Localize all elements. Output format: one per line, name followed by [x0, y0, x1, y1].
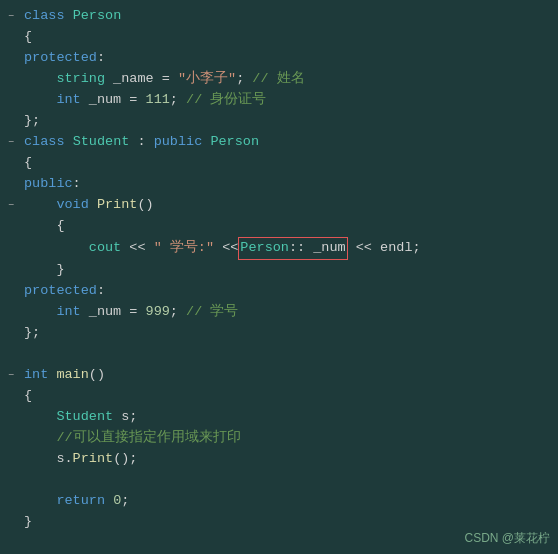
- code-line: }: [0, 260, 558, 281]
- token: //可以直接指定作用域来打印: [56, 428, 240, 449]
- collapse-icon[interactable]: −: [8, 198, 14, 214]
- token: s.: [56, 449, 72, 470]
- indent: [24, 491, 56, 512]
- indent: [24, 260, 56, 281]
- token: _num =: [81, 302, 146, 323]
- token: ;: [236, 69, 252, 90]
- code-line: − void Print(): [0, 195, 558, 216]
- token: protected: [24, 48, 97, 69]
- token: Person: [210, 132, 259, 153]
- token: Student: [56, 407, 113, 428]
- token: Person: [73, 6, 122, 27]
- token: class: [24, 6, 65, 27]
- token: <<: [121, 238, 153, 259]
- code-editor: −class Person{protected: string _name = …: [0, 0, 558, 539]
- token: int: [24, 365, 48, 386]
- code-line: public:: [0, 174, 558, 195]
- token: string: [56, 69, 105, 90]
- token: public: [154, 132, 203, 153]
- code-line: [0, 344, 558, 365]
- token: cout: [89, 238, 121, 259]
- token: {: [56, 216, 64, 237]
- token: int: [56, 302, 80, 323]
- token: int: [56, 90, 80, 111]
- token: :: [129, 132, 153, 153]
- code-line: //可以直接指定作用域来打印: [0, 428, 558, 449]
- token: <<: [214, 238, 238, 259]
- token: ();: [113, 449, 137, 470]
- token: class: [24, 132, 65, 153]
- indent: [24, 449, 56, 470]
- token: (): [89, 365, 105, 386]
- token: void: [56, 195, 88, 216]
- code-line: };: [0, 111, 558, 132]
- token: 111: [146, 90, 170, 111]
- token: [105, 491, 113, 512]
- token: (): [137, 195, 153, 216]
- code-line: };: [0, 323, 558, 344]
- code-line: −class Person: [0, 6, 558, 27]
- code-line: −int main(): [0, 365, 558, 386]
- code-line: [0, 470, 558, 491]
- token: s;: [113, 407, 137, 428]
- token: public: [24, 174, 73, 195]
- code-line: protected:: [0, 281, 558, 302]
- line-gutter: −: [8, 368, 22, 384]
- code-line: {: [0, 386, 558, 407]
- token: };: [24, 111, 40, 132]
- token: [202, 132, 210, 153]
- code-line: return 0;: [0, 491, 558, 512]
- token: {: [24, 153, 32, 174]
- code-line: Student s;: [0, 407, 558, 428]
- token: _name =: [105, 69, 178, 90]
- token: Person: [240, 240, 289, 255]
- token: };: [24, 323, 40, 344]
- token: [89, 195, 97, 216]
- code-line: −class Student : public Person: [0, 132, 558, 153]
- collapse-icon[interactable]: −: [8, 9, 14, 25]
- indent: [24, 216, 56, 237]
- indent: [24, 238, 89, 259]
- indent: [24, 407, 56, 428]
- token: _num =: [81, 90, 146, 111]
- token: Student: [73, 132, 130, 153]
- indent: [24, 90, 56, 111]
- token: 999: [146, 302, 170, 323]
- code-line: {: [0, 153, 558, 174]
- token: 0: [113, 491, 121, 512]
- indent: [24, 195, 56, 216]
- token: :: _num: [289, 240, 346, 255]
- code-line: int _num = 999; // 学号: [0, 302, 558, 323]
- indent: [24, 302, 56, 323]
- code-line: {: [0, 216, 558, 237]
- token: // 学号: [186, 302, 238, 323]
- token: [65, 6, 73, 27]
- token: // 身份证号: [186, 90, 266, 111]
- code-line: cout << " 学号:" <<Person:: _num << endl;: [0, 237, 558, 260]
- token: ;: [121, 491, 129, 512]
- indent: [24, 69, 56, 90]
- token: ;: [170, 90, 186, 111]
- token: :: [97, 48, 105, 69]
- code-line: string _name = "小李子"; // 姓名: [0, 69, 558, 90]
- token: }: [24, 512, 32, 533]
- code-line: protected:: [0, 48, 558, 69]
- watermark: CSDN @莱花柠: [464, 529, 550, 548]
- indent: [24, 428, 56, 449]
- code-line: s.Print();: [0, 449, 558, 470]
- token: [48, 365, 56, 386]
- line-gutter: −: [8, 135, 22, 151]
- highlighted-code: Person:: _num: [238, 237, 347, 260]
- token: return: [56, 491, 105, 512]
- collapse-icon[interactable]: −: [8, 135, 14, 151]
- collapse-icon[interactable]: −: [8, 368, 14, 384]
- token: protected: [24, 281, 97, 302]
- token: {: [24, 27, 32, 48]
- token: "小李子": [178, 69, 236, 90]
- token: // 姓名: [252, 69, 304, 90]
- token: :: [97, 281, 105, 302]
- line-gutter: −: [8, 9, 22, 25]
- token: {: [24, 386, 32, 407]
- token: :: [73, 174, 81, 195]
- token: Print: [97, 195, 138, 216]
